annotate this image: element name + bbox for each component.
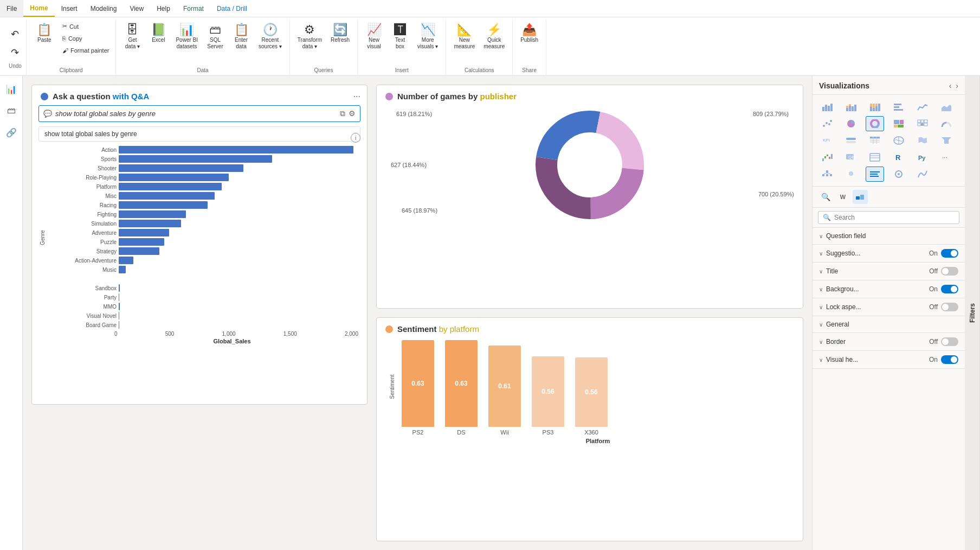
qna-more-button[interactable]: ···: [353, 92, 360, 101]
viz-table-icon[interactable]: [866, 133, 884, 148]
viz-donut-icon[interactable]: [866, 116, 884, 131]
viz-r-icon[interactable]: R: [889, 150, 908, 165]
viz-smart-narrative-icon[interactable]: [866, 167, 884, 182]
sentiment-bar-group: 0.56 PS3: [532, 356, 564, 436]
get-data-button[interactable]: 🗄 Getdata ▾: [120, 22, 144, 52]
panel-collapse-button[interactable]: ‹: [949, 81, 952, 90]
tab-home[interactable]: Home: [23, 0, 54, 17]
viz-bar-tool[interactable]: [853, 190, 868, 204]
viz-more-icon[interactable]: ···: [937, 150, 956, 165]
viz-key-influencers-icon[interactable]: ↑: [842, 167, 860, 182]
paste-button[interactable]: 📋 Paste: [31, 22, 58, 46]
suggestion-section[interactable]: ∨ Suggestio... On: [813, 245, 965, 262]
viz-scatter-icon[interactable]: [818, 116, 836, 131]
x-tick-2000: 2,000: [345, 331, 358, 337]
viz-funnel-icon[interactable]: [937, 133, 956, 148]
qna-copy-icon[interactable]: ⧉: [340, 109, 345, 118]
tab-help[interactable]: Help: [150, 0, 177, 17]
text-box-button[interactable]: 🆃 Textbox: [388, 22, 412, 52]
viz-word-cloud-tool[interactable]: W: [835, 190, 850, 204]
enter-data-button[interactable]: 📋 Enterdata: [229, 22, 253, 52]
text-box-label: Textbox: [395, 37, 405, 50]
sentiment-bar-group: 0.63 DS: [445, 340, 478, 436]
lock-aspect-section[interactable]: ∨ Lock aspe... Off: [813, 298, 965, 316]
visual-header-toggle[interactable]: [941, 355, 958, 364]
viz-search-tool[interactable]: 🔍: [818, 190, 833, 204]
title-section[interactable]: ∨ Title Off: [813, 263, 965, 280]
viz-bar-chart-icon[interactable]: [818, 99, 836, 114]
viz-filled-map-icon[interactable]: [913, 133, 932, 148]
viz-100-stacked-bar-icon[interactable]: [866, 99, 884, 114]
question-field-section[interactable]: ∨ Question field: [813, 228, 965, 244]
new-visual-button[interactable]: 📈 Newvisual: [362, 22, 386, 52]
viz-decomp-icon[interactable]: [818, 167, 836, 182]
publisher-dot: [385, 93, 393, 100]
qna-settings-icon[interactable]: ⚙: [349, 109, 356, 118]
background-toggle[interactable]: [941, 285, 958, 293]
tab-insert[interactable]: Insert: [55, 0, 84, 17]
bar-fill: [119, 146, 353, 154]
border-section[interactable]: ∨ Border Off: [813, 333, 965, 350]
sql-server-button[interactable]: 🗃 SQLServer: [203, 22, 227, 52]
tab-modeling[interactable]: Modeling: [84, 0, 124, 17]
svg-marker-55: [942, 137, 951, 144]
more-visuals-button[interactable]: 📉 Morevisuals ▾: [414, 22, 441, 52]
filters-tab[interactable]: Filters: [965, 76, 980, 550]
bar-row: [51, 275, 358, 283]
format-painter-button[interactable]: 🖌 Format painter: [60, 46, 112, 55]
viz-pie-icon[interactable]: [842, 116, 860, 131]
tab-format[interactable]: Format: [177, 0, 210, 17]
publish-button[interactable]: 📤 Publish: [517, 22, 541, 46]
bar-row: Sports: [51, 155, 358, 163]
viz-custom1-icon[interactable]: [913, 167, 932, 182]
excel-button[interactable]: 📗 Excel: [146, 22, 170, 46]
title-toggle[interactable]: [941, 267, 958, 276]
lock-aspect-toggle[interactable]: [941, 303, 958, 311]
viz-horizontal-bar-icon[interactable]: [889, 99, 908, 114]
viz-stacked-bar-icon[interactable]: [842, 99, 860, 114]
viz-gauge-icon[interactable]: [937, 116, 956, 131]
viz-table2-icon[interactable]: [866, 150, 884, 165]
background-section[interactable]: ∨ Backgrou... On: [813, 280, 965, 298]
sent-platform-label: PS2: [412, 429, 424, 436]
qna-suggestion[interactable]: show total global sales by genre: [38, 126, 360, 142]
visual-header-section[interactable]: ∨ Visual he... On: [813, 351, 965, 368]
viz-matrix-icon[interactable]: [913, 116, 932, 131]
viz-kpi-icon[interactable]: KPI: [818, 133, 836, 148]
viz-qna-icon[interactable]: Q&A: [842, 150, 860, 165]
suggestion-toggle[interactable]: [941, 249, 958, 258]
tab-data-drill[interactable]: Data / Drill: [210, 0, 254, 17]
tab-file[interactable]: File: [0, 0, 23, 17]
panel-search-input[interactable]: [834, 214, 955, 221]
bar-fill: [119, 164, 243, 172]
border-toggle[interactable]: [941, 337, 958, 346]
viz-map-icon[interactable]: [889, 133, 908, 148]
more-visuals-label: Morevisuals ▾: [417, 37, 438, 50]
copy-button[interactable]: ⎘ Copy: [60, 34, 112, 43]
viz-circle-icon[interactable]: [889, 167, 908, 182]
qna-search-input[interactable]: [55, 110, 337, 118]
refresh-button[interactable]: 🔄 Refresh: [327, 22, 353, 46]
new-measure-button[interactable]: 📐 Newmeasure: [450, 22, 478, 52]
model-view-button[interactable]: 🔗: [3, 124, 20, 141]
data-view-button[interactable]: 🗃: [3, 102, 20, 119]
viz-waterfall-icon[interactable]: [818, 150, 836, 165]
redo-button[interactable]: ↷: [9, 44, 22, 61]
cut-button[interactable]: ✂ Cut: [60, 22, 112, 31]
viz-slicer-icon[interactable]: [842, 133, 860, 148]
viz-treemap-icon[interactable]: [889, 116, 908, 131]
report-view-button[interactable]: 📊: [3, 80, 20, 98]
undo-button[interactable]: ↶: [9, 26, 22, 42]
panel-expand-button[interactable]: ›: [956, 81, 958, 90]
viz-line-chart-icon[interactable]: [913, 99, 932, 114]
viz-python-icon[interactable]: Py: [913, 150, 932, 165]
svg-rect-73: [822, 174, 824, 176]
viz-area-chart-icon[interactable]: [937, 99, 956, 114]
general-section[interactable]: ∨ General: [813, 316, 965, 332]
transform-data-button[interactable]: ⚙ Transformdata ▾: [294, 22, 325, 52]
qna-info-btn[interactable]: i: [351, 133, 360, 143]
power-bi-datasets-button[interactable]: 📊 Power BIdatasets: [172, 22, 201, 52]
recent-sources-button[interactable]: 🕐 Recentsources ▾: [255, 22, 285, 52]
quick-measure-button[interactable]: ⚡ Quickmeasure: [480, 22, 508, 52]
tab-view[interactable]: View: [123, 0, 150, 17]
